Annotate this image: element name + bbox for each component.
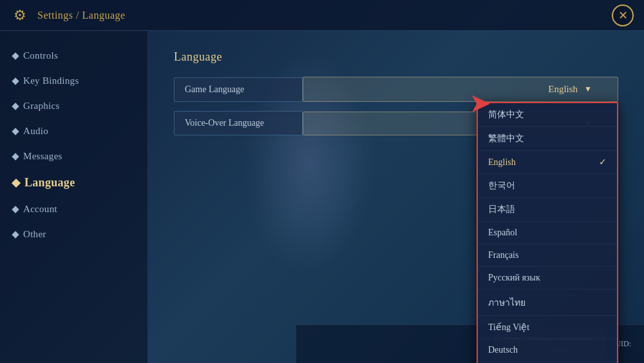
language-option-label: 繁體中文 <box>488 133 524 144</box>
sidebar: Controls Key Bindings Graphics Audio Mes… <box>0 31 148 363</box>
diamond-icon <box>12 77 19 84</box>
language-option-label: Русский язык <box>488 273 540 283</box>
diamond-icon <box>12 103 19 110</box>
diamond-icon <box>12 231 19 238</box>
language-option-label: 日本語 <box>488 204 515 215</box>
diamond-icon <box>12 128 19 135</box>
language-option-label: Français <box>488 250 518 260</box>
language-option-label: 简体中文 <box>488 109 524 121</box>
sidebar-item-language[interactable]: Language <box>0 170 147 196</box>
diamond-icon <box>12 178 21 187</box>
sidebar-item-label: Graphics <box>23 101 60 112</box>
sidebar-item-account[interactable]: Account <box>0 197 147 221</box>
sidebar-item-label: Key Bindings <box>23 75 79 86</box>
language-option-thai[interactable]: ภาษาไทย <box>478 289 617 316</box>
sidebar-item-audio[interactable]: Audio <box>0 119 147 143</box>
window-title: Settings / Language <box>37 10 126 21</box>
sidebar-item-label: Account <box>23 204 57 215</box>
language-option-japanese[interactable]: 日本語 <box>478 198 617 222</box>
language-dropdown: 简体中文 繁體中文 English ✓ 한국어 日本語 <box>477 102 618 363</box>
section-title: Language <box>174 50 618 64</box>
close-button[interactable]: ✕ <box>612 5 634 26</box>
settings-gear-icon: ⚙ <box>10 6 30 25</box>
language-option-english[interactable]: English ✓ <box>478 151 617 174</box>
annotation-arrow: ➤ <box>470 92 489 115</box>
sidebar-item-other[interactable]: Other <box>0 222 147 246</box>
voice-over-language-label: Voice-Over Language <box>174 111 303 135</box>
language-option-german[interactable]: Deutsch <box>478 339 617 362</box>
checkmark-icon: ✓ <box>599 157 607 168</box>
language-option-label: Deutsch <box>488 345 518 355</box>
language-option-traditional-chinese[interactable]: 繁體中文 <box>478 127 617 151</box>
language-option-vietnamese[interactable]: Tiếng Việt <box>478 316 617 339</box>
language-option-label: Español <box>488 228 517 238</box>
game-language-select[interactable]: English ▼ <box>303 77 618 102</box>
language-option-french[interactable]: Français <box>478 244 617 267</box>
language-option-korean[interactable]: 한국어 <box>478 174 617 198</box>
sidebar-item-graphics[interactable]: Graphics <box>0 94 147 118</box>
sidebar-item-messages[interactable]: Messages <box>0 144 147 168</box>
chevron-down-icon: ▼ <box>584 84 592 94</box>
title-bar: ⚙ Settings / Language ✕ <box>0 0 644 31</box>
diamond-icon <box>12 153 19 160</box>
sidebar-item-label: Controls <box>23 50 58 61</box>
main-content: Controls Key Bindings Graphics Audio Mes… <box>0 31 644 363</box>
language-option-label: ภาษาไทย <box>488 295 526 309</box>
sidebar-item-label: Language <box>24 176 75 190</box>
game-language-label: Game Language <box>174 77 303 102</box>
right-panel: Language Game Language English ▼ 简体中文 繁體… <box>148 31 644 363</box>
diamond-icon <box>12 52 19 59</box>
diamond-icon <box>12 206 19 213</box>
game-language-row: Game Language English ▼ 简体中文 繁體中文 Englis… <box>174 77 618 102</box>
sidebar-item-key-bindings[interactable]: Key Bindings <box>0 69 147 93</box>
sidebar-item-label: Other <box>23 229 46 240</box>
sidebar-item-controls[interactable]: Controls <box>0 44 147 68</box>
sidebar-item-label: Audio <box>23 126 48 137</box>
selected-language-text: English <box>548 84 578 95</box>
language-option-spanish[interactable]: Español <box>478 222 617 244</box>
language-option-simplified-chinese[interactable]: 简体中文 <box>478 103 617 127</box>
language-option-label: 한국어 <box>488 180 515 191</box>
sidebar-item-label: Messages <box>23 151 62 162</box>
language-option-label: Tiếng Việt <box>488 322 529 333</box>
language-option-label: English <box>488 157 516 168</box>
language-option-russian[interactable]: Русский язык <box>478 267 617 289</box>
